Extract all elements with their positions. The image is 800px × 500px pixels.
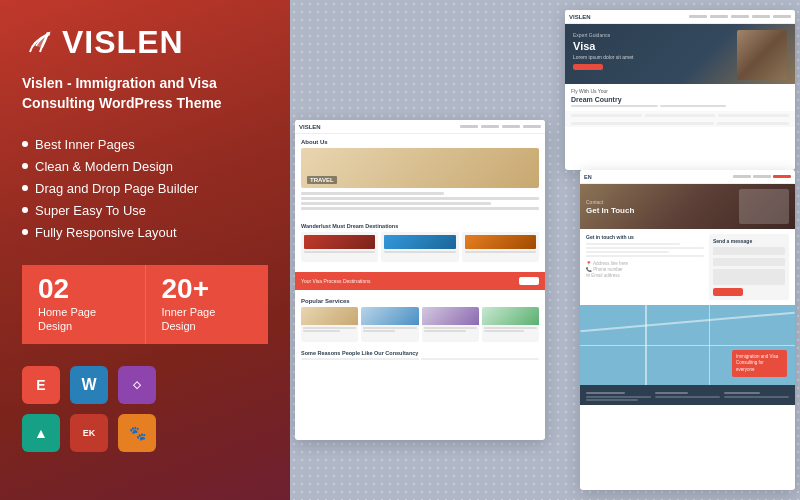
stat-number-inner: 20+ bbox=[162, 275, 253, 303]
wordpress-icon: W bbox=[70, 366, 108, 404]
mock-dest-card-2 bbox=[381, 232, 458, 262]
screenshot-second: VISLEN About Us TRAVEL bbox=[295, 120, 545, 440]
mock-road-2 bbox=[580, 345, 795, 346]
mock-destination-cards bbox=[301, 232, 539, 262]
mock-line-4 bbox=[301, 207, 539, 210]
bootstrap-icon: ◇ bbox=[118, 366, 156, 404]
mock-nav-third: EN bbox=[580, 170, 795, 184]
feature-item-4: Super Easy To Use bbox=[22, 199, 268, 221]
mock-nav-link-3 bbox=[731, 15, 749, 18]
mock-service-3 bbox=[422, 307, 479, 342]
screenshot-main: VISLEN Expert Guidance Visa Lorem ipsum … bbox=[565, 10, 795, 170]
mock-footer bbox=[580, 385, 795, 405]
elementor-icon: E bbox=[22, 366, 60, 404]
stat-number-home: 02 bbox=[38, 275, 129, 303]
main-container: VISLEN Vislen - Immigration and Visa Con… bbox=[0, 0, 800, 500]
mock-consultancy-title: Some Reasons People Like Our Consultancy bbox=[301, 350, 539, 356]
mock-footer-line-6 bbox=[724, 392, 760, 394]
mock-footer-line-4 bbox=[655, 392, 688, 394]
left-panel: VISLEN Vislen - Immigration and Visa Con… bbox=[0, 0, 290, 500]
mock-services-section: Popular Services bbox=[295, 294, 545, 346]
mock-contact-detail-3: ✉ Email address bbox=[586, 273, 704, 278]
mock-road-3 bbox=[645, 305, 647, 385]
mock-contact-line-1 bbox=[586, 243, 680, 245]
mock-red-cta: Your Visa Process Destinations bbox=[295, 272, 545, 290]
mock-contact-detail-2: 📞 Phone number bbox=[586, 267, 704, 272]
mock-dest-img-1 bbox=[304, 235, 375, 249]
mock-dest-img-3 bbox=[465, 235, 536, 249]
mock-bottom-content bbox=[565, 111, 795, 120]
mock-hero-cta bbox=[573, 64, 603, 70]
mock-nav-item-t3 bbox=[773, 175, 791, 178]
mock-service-4 bbox=[482, 307, 539, 342]
mock-nav-l1 bbox=[460, 125, 478, 128]
mock-nav-second: VISLEN bbox=[295, 120, 545, 134]
mock-travel-badge: TRAVEL bbox=[307, 176, 337, 184]
mock-form-message[interactable] bbox=[713, 269, 785, 285]
mock-logo: VISLEN bbox=[569, 14, 591, 20]
mock-submit-btn[interactable] bbox=[713, 288, 743, 296]
mock-form-title: Send a message bbox=[713, 238, 785, 244]
mock-dest-line-1 bbox=[304, 251, 375, 253]
ek-icon: EK bbox=[70, 414, 108, 452]
mock-road-4 bbox=[709, 305, 710, 385]
mock-service-img-2 bbox=[361, 307, 418, 325]
feature-item-5: Fully Responsive Layout bbox=[22, 221, 268, 243]
mock-nav-l2 bbox=[481, 125, 499, 128]
mock-map-section: Immigration and Visa Consulting for ever… bbox=[580, 305, 795, 385]
mock-line-3 bbox=[301, 202, 491, 205]
mock-destinations: Wanderlust Must Dream Destinations bbox=[295, 220, 545, 269]
stat-box-inner: 20+ Inner PageDesign bbox=[146, 265, 269, 344]
mock-contact-hero-img bbox=[739, 189, 789, 224]
mock-service-cards bbox=[301, 307, 539, 342]
logo-bird-icon bbox=[22, 24, 58, 60]
mock-dest-card-3 bbox=[462, 232, 539, 262]
mock-red-text: Your Visa Process Destinations bbox=[301, 278, 515, 284]
mock-sub-hero-text1: Fly With Us Your bbox=[571, 88, 789, 94]
mock-service-text-1 bbox=[301, 325, 358, 334]
mock-nav-links bbox=[689, 15, 791, 18]
mock-about-section: About Us TRAVEL bbox=[295, 134, 545, 220]
stat-box-home: 02 Home PageDesign bbox=[22, 265, 146, 344]
mock-footer-line-3 bbox=[586, 399, 638, 401]
mock-service-1 bbox=[301, 307, 358, 342]
mock-logo-third: EN bbox=[584, 174, 592, 180]
mock-nav-links-second bbox=[460, 125, 541, 128]
screenshot-third: EN Contact Get In Touch bbox=[580, 170, 795, 490]
features-list: Best Inner Pages Clean & Modern Design D… bbox=[22, 133, 268, 243]
mountain-icon: ▲ bbox=[22, 414, 60, 452]
theme-title: Vislen - Immigration and Visa Consulting… bbox=[22, 74, 268, 113]
svg-point-0 bbox=[46, 32, 50, 36]
mock-consultancy-lines bbox=[301, 358, 539, 360]
logo-len: LEN bbox=[117, 24, 184, 60]
mock-contact-line-3 bbox=[586, 251, 669, 253]
mock-nav-link-1 bbox=[689, 15, 707, 18]
mock-footer-col-1 bbox=[586, 392, 651, 401]
mock-hero-image bbox=[737, 30, 787, 80]
mock-form-name[interactable] bbox=[713, 247, 785, 255]
mock-map-overlay: Immigration and Visa Consulting for ever… bbox=[732, 350, 787, 377]
mock-contact-subtitle: Contact bbox=[586, 199, 733, 205]
mock-form-email[interactable] bbox=[713, 258, 785, 266]
feature-item-2: Clean & Modern Design bbox=[22, 155, 268, 177]
mock-service-text-2 bbox=[361, 325, 418, 334]
mock-contact-hero: Contact Get In Touch bbox=[580, 184, 795, 229]
mock-about-img: TRAVEL bbox=[301, 148, 539, 188]
mock-contact-line-2 bbox=[586, 247, 704, 249]
mock-bottom-text: Some Reasons People Like Our Consultancy bbox=[295, 346, 545, 364]
mock-contact-hero-text: Contact Get In Touch bbox=[586, 199, 733, 215]
mock-two-col: Get in touch with us 📍 Address line here… bbox=[580, 229, 795, 305]
mock-dest-card-1 bbox=[301, 232, 378, 262]
mock-contact-line-4 bbox=[586, 255, 704, 257]
mock-red-btn bbox=[519, 277, 539, 285]
mock-bottom-content2 bbox=[565, 120, 795, 127]
mock-small-lines bbox=[571, 105, 789, 107]
mock-hero-main: Expert Guidance Visa Lorem ipsum dolor s… bbox=[565, 24, 795, 84]
mock-about-lines bbox=[301, 192, 539, 210]
mock-footer-col-2 bbox=[655, 392, 720, 401]
mock-contact-info-title: Get in touch with us bbox=[586, 234, 704, 240]
mock-overlay-text: Immigration and Visa Consulting for ever… bbox=[736, 354, 783, 373]
mock-footer-col-3 bbox=[724, 392, 789, 401]
mock-destinations-title: Wanderlust Must Dream Destinations bbox=[301, 223, 539, 229]
mock-sub-hero: Fly With Us Your Dream Country bbox=[565, 84, 795, 111]
